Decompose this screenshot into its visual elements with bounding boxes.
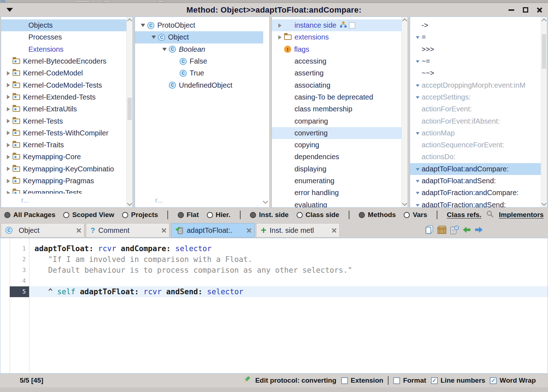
expand-arrow-icon[interactable] bbox=[4, 119, 13, 123]
expand-arrow-icon[interactable] bbox=[4, 167, 13, 171]
package-icon[interactable] bbox=[437, 225, 447, 234]
toggle-word-wrap[interactable]: ✓Word Wrap bbox=[490, 377, 536, 384]
override-arrow-icon[interactable] bbox=[414, 167, 422, 171]
radio-flat[interactable]: Flat bbox=[178, 211, 199, 219]
scroll-up-icon[interactable] bbox=[402, 18, 407, 23]
protocol-item[interactable]: asserting bbox=[272, 67, 401, 79]
package-list-item[interactable]: Keymapping-Core bbox=[1, 151, 126, 163]
expand-arrow-icon[interactable] bbox=[149, 36, 158, 39]
class-tree-item[interactable]: CObject bbox=[135, 31, 263, 43]
protocol-item[interactable]: extensions bbox=[272, 31, 401, 43]
expand-arrow-icon[interactable] bbox=[4, 107, 13, 111]
history-icon[interactable] bbox=[450, 225, 459, 235]
copy-icon[interactable] bbox=[425, 225, 434, 235]
override-arrow-icon[interactable] bbox=[414, 191, 422, 194]
method-item[interactable]: adaptToFraction:andCompare: bbox=[410, 187, 541, 199]
radio-methods[interactable]: Methods bbox=[359, 211, 396, 219]
radio-inst-side[interactable]: Inst. side bbox=[250, 211, 288, 219]
package-list-item[interactable]: Kernel-CodeModel bbox=[1, 67, 126, 79]
package-list-item[interactable]: Kernel-Extended-Tests bbox=[1, 91, 126, 103]
method-item[interactable]: acceptDroppingMorph:event:inM bbox=[410, 79, 541, 91]
back-icon[interactable] bbox=[462, 226, 471, 234]
method-item[interactable]: actionSequenceForEvent: bbox=[410, 139, 541, 151]
package-list-item[interactable]: Kernel-Tests-WithCompiler bbox=[1, 127, 126, 139]
expand-arrow-icon[interactable] bbox=[4, 131, 13, 135]
protocol-item[interactable]: accessing bbox=[272, 55, 401, 67]
tab-2[interactable]: ?Comment bbox=[86, 223, 169, 237]
classes-filter-input[interactable]: r... bbox=[155, 196, 163, 204]
protocol-item[interactable]: !flags bbox=[272, 43, 401, 55]
override-arrow-icon[interactable] bbox=[414, 203, 422, 207]
method-item[interactable]: adaptToFloat:andSend: bbox=[410, 175, 541, 187]
package-list-item[interactable]: Keymapping-KeyCombinatio bbox=[1, 163, 126, 175]
method-item[interactable]: ~~> bbox=[410, 67, 541, 79]
override-arrow-icon[interactable] bbox=[414, 132, 422, 135]
checkbox-checked-icon[interactable]: ✓ bbox=[431, 377, 438, 384]
protocol-item[interactable]: error handling bbox=[272, 187, 401, 199]
method-item[interactable]: -> bbox=[410, 19, 541, 31]
code-line[interactable]: 1adaptToFloat: rcvr andCompare: selector bbox=[0, 243, 548, 254]
class-tree-item[interactable]: CBoolean bbox=[135, 43, 263, 55]
package-list-item[interactable]: Kernel-CodeModel-Tests bbox=[1, 79, 126, 91]
package-list-item[interactable]: Keymapping-Tests bbox=[1, 187, 126, 194]
protocol-item[interactable]: copying bbox=[272, 139, 401, 151]
class-tree-item[interactable]: CFalse bbox=[135, 55, 263, 67]
checkbox-icon[interactable] bbox=[393, 377, 400, 384]
toggle-extension[interactable]: Extension bbox=[341, 377, 384, 384]
override-arrow-icon[interactable] bbox=[414, 84, 422, 87]
scroll-thumb[interactable] bbox=[127, 98, 132, 120]
forward-icon[interactable] bbox=[474, 226, 483, 234]
package-list-item[interactable]: Kernel-Traits bbox=[1, 139, 126, 151]
protocol-item[interactable]: displaying bbox=[272, 163, 401, 175]
tab-1[interactable]: CObject bbox=[1, 223, 84, 237]
expand-arrow-icon[interactable] bbox=[4, 179, 13, 183]
protocol-item[interactable]: casing-To be deprecated bbox=[272, 91, 401, 103]
class-tree-item[interactable]: CTrue bbox=[135, 67, 263, 79]
expand-arrow-icon[interactable] bbox=[4, 191, 13, 194]
instance-side-checkbox[interactable] bbox=[349, 22, 355, 28]
close-icon[interactable] bbox=[537, 7, 542, 13]
expand-arrow-icon[interactable] bbox=[160, 48, 169, 51]
protocol-item[interactable]: converting bbox=[272, 127, 401, 139]
method-item[interactable]: actionForEvent:ifAbsent: bbox=[410, 115, 541, 127]
package-list-item[interactable]: Kernel-ExtraUtils bbox=[1, 103, 126, 115]
toggle-format[interactable]: Format bbox=[393, 377, 426, 384]
protocol-item[interactable]: enumerating bbox=[272, 175, 401, 187]
protocol-item[interactable]: class membership bbox=[272, 103, 401, 115]
packages-scrollbar[interactable] bbox=[126, 17, 133, 207]
radio-class-side[interactable]: Class side bbox=[297, 211, 339, 219]
expand-arrow-icon[interactable] bbox=[4, 155, 13, 159]
method-item[interactable]: adaptToFloat:andCompare: bbox=[410, 163, 541, 175]
minimize-icon[interactable] bbox=[508, 9, 514, 11]
radio-all-packages[interactable]: All Packages bbox=[4, 211, 55, 219]
code-line[interactable]: 3 Default behaviour is to process compar… bbox=[0, 265, 548, 276]
scroll-up-icon[interactable] bbox=[542, 18, 547, 23]
maximize-icon[interactable] bbox=[523, 7, 528, 13]
class-tree-item[interactable]: CUndefinedObject bbox=[135, 79, 263, 91]
package-list-item[interactable]: Keymapping-Pragmas bbox=[1, 175, 126, 187]
checkbox-icon[interactable] bbox=[341, 377, 348, 384]
class-refs-link[interactable]: Class refs. bbox=[447, 211, 481, 219]
package-list-item[interactable]: Processes bbox=[1, 31, 126, 43]
scroll-down-icon[interactable] bbox=[127, 201, 132, 206]
methods-scrollbar[interactable] bbox=[541, 17, 547, 207]
method-item[interactable]: actionForEvent: bbox=[410, 103, 541, 115]
radio-hier[interactable]: Hier. bbox=[207, 211, 231, 219]
protocol-item[interactable]: instance side bbox=[272, 19, 401, 31]
package-list-item[interactable]: Kernel-BytecodeEncoders bbox=[1, 55, 126, 67]
implementors-link[interactable]: Implementors bbox=[499, 211, 544, 219]
tab-4[interactable]: +Inst. side metl bbox=[256, 223, 340, 237]
code-line[interactable]: 4 bbox=[0, 276, 548, 286]
method-item[interactable]: >>> bbox=[410, 43, 541, 55]
expand-arrow-icon[interactable] bbox=[4, 83, 13, 87]
code-line[interactable]: 2 "If I am involved in comparison with a… bbox=[0, 254, 548, 265]
radio-vars[interactable]: Vars bbox=[404, 211, 427, 219]
scroll-down-icon[interactable] bbox=[402, 201, 407, 206]
expand-arrow-icon[interactable] bbox=[4, 143, 13, 147]
method-item[interactable]: adaptToFraction:andSend: bbox=[410, 199, 541, 207]
scroll-thumb[interactable] bbox=[542, 34, 546, 69]
method-item[interactable]: = bbox=[410, 31, 541, 43]
class-tree-item[interactable]: CProtoObject bbox=[135, 19, 263, 31]
expand-arrow-icon[interactable] bbox=[139, 24, 147, 27]
package-list-item[interactable]: Kernel-Tests bbox=[1, 115, 126, 127]
